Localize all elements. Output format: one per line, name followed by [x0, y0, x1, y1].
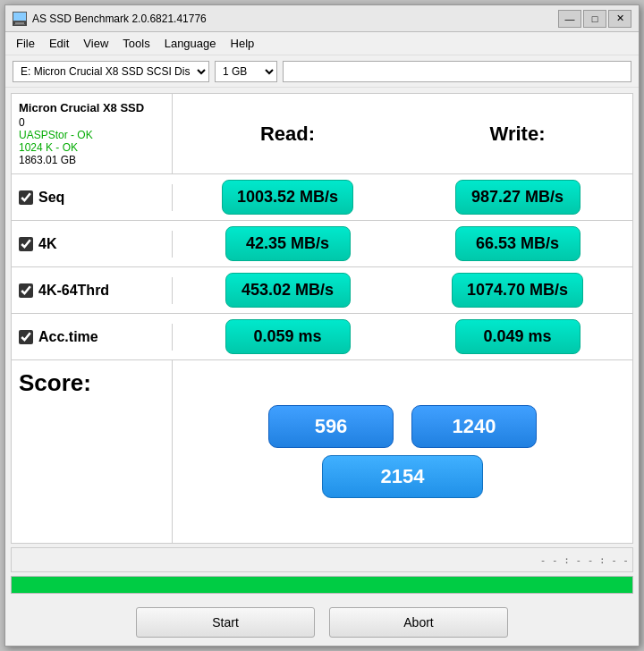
score-read: 596 — [268, 405, 394, 448]
bench-row: Acc.time 0.059 ms 0.049 ms — [12, 314, 632, 360]
disk-block: 1024 K - OK — [19, 141, 165, 154]
bench-read-value: 453.02 MB/s — [225, 273, 351, 308]
bench-values: 1003.52 MB/s 987.27 MB/s — [173, 174, 632, 220]
bench-row-label: Seq — [12, 184, 173, 211]
menu-item-language[interactable]: Language — [157, 34, 224, 53]
app-icon — [13, 12, 27, 26]
progress-bar-fill — [12, 577, 632, 593]
bench-row: 4K-64Thrd 453.02 MB/s 1074.70 MB/s — [12, 267, 632, 314]
bench-rows: Seq 1003.52 MB/s 987.27 MB/s 4K 42.35 MB… — [12, 174, 632, 360]
disk-id: 0 — [19, 116, 165, 129]
bench-values: 0.059 ms 0.049 ms — [173, 314, 632, 359]
bench-row-label: Acc.time — [12, 324, 173, 351]
bench-checkbox-1[interactable] — [19, 237, 33, 251]
menu-item-edit[interactable]: Edit — [42, 34, 76, 53]
size-select[interactable]: 1 GB 2 GB 4 GB 8 GB — [215, 61, 277, 82]
score-top: 596 1240 — [180, 405, 625, 448]
bench-write-value: 0.049 ms — [455, 319, 580, 354]
bench-row-label: 4K-64Thrd — [12, 277, 173, 304]
start-button[interactable]: Start — [136, 607, 315, 638]
score-write: 1240 — [411, 405, 537, 448]
score-row: Score: 596 1240 2154 — [12, 360, 632, 543]
window-title: AS SSD Benchmark 2.0.6821.41776 — [32, 13, 558, 25]
benchmark-area: Micron Crucial X8 SSD 0 UASPStor - OK 10… — [11, 93, 633, 544]
score-total: 2154 — [322, 455, 483, 498]
bench-read-cell: 0.059 ms — [173, 314, 402, 359]
toolbar: E: Micron Crucial X8 SSD SCSI Disk Devi … — [5, 55, 639, 88]
column-headers: Read: Write: — [173, 94, 632, 173]
svg-rect-1 — [13, 13, 26, 21]
main-window: AS SSD Benchmark 2.0.6821.41776 — □ ✕ Fi… — [4, 4, 640, 647]
bench-values: 42.35 MB/s 66.53 MB/s — [173, 221, 632, 266]
disk-name: Micron Crucial X8 SSD — [19, 101, 165, 114]
info-box — [283, 61, 631, 82]
minimize-button[interactable]: — — [558, 10, 581, 28]
score-label: Score: — [12, 360, 173, 543]
bench-header: Micron Crucial X8 SSD 0 UASPStor - OK 10… — [12, 94, 632, 174]
status-text: - - : - - : - - — [540, 554, 629, 566]
score-values: 596 1240 2154 — [173, 360, 632, 543]
menu-item-file[interactable]: File — [9, 34, 42, 53]
menu-item-view[interactable]: View — [76, 34, 115, 53]
bench-write-cell: 66.53 MB/s — [402, 221, 632, 266]
bench-row-label: 4K — [12, 231, 173, 258]
bench-values: 453.02 MB/s 1074.70 MB/s — [173, 267, 632, 313]
menu-item-help[interactable]: Help — [224, 34, 262, 53]
buttons-area: Start Abort — [5, 599, 639, 646]
maximize-button[interactable]: □ — [583, 10, 606, 28]
svg-rect-2 — [15, 22, 24, 24]
disk-info: Micron Crucial X8 SSD 0 UASPStor - OK 10… — [12, 94, 173, 173]
abort-button[interactable]: Abort — [329, 607, 508, 638]
bench-write-value: 1074.70 MB/s — [452, 273, 583, 308]
bench-read-value: 42.35 MB/s — [225, 226, 351, 261]
bench-read-cell: 1003.52 MB/s — [173, 174, 402, 220]
bench-row-name: 4K — [38, 236, 56, 252]
disk-driver: UASPStor - OK — [19, 129, 165, 141]
window-controls: — □ ✕ — [558, 10, 631, 28]
bench-write-cell: 1074.70 MB/s — [402, 267, 632, 313]
bench-checkbox-0[interactable] — [19, 190, 33, 205]
disk-size: 1863.01 GB — [19, 154, 165, 166]
bench-row-name: Seq — [38, 190, 64, 206]
bench-read-value: 0.059 ms — [225, 319, 351, 354]
bench-row-name: 4K-64Thrd — [38, 283, 109, 299]
main-content: Micron Crucial X8 SSD 0 UASPStor - OK 10… — [5, 88, 639, 599]
bench-row: 4K 42.35 MB/s 66.53 MB/s — [12, 221, 632, 267]
menu-item-tools[interactable]: Tools — [115, 34, 157, 53]
close-button[interactable]: ✕ — [608, 10, 631, 28]
bench-write-cell: 0.049 ms — [402, 314, 632, 359]
bench-checkbox-3[interactable] — [19, 330, 33, 344]
bench-row: Seq 1003.52 MB/s 987.27 MB/s — [12, 174, 632, 221]
menubar: FileEditViewToolsLanguageHelp — [5, 32, 639, 55]
bench-read-value: 1003.52 MB/s — [222, 180, 353, 215]
bench-write-cell: 987.27 MB/s — [402, 174, 632, 220]
titlebar: AS SSD Benchmark 2.0.6821.41776 — □ ✕ — [5, 5, 639, 32]
read-header: Read: — [173, 94, 402, 173]
bench-checkbox-2[interactable] — [19, 283, 33, 298]
disk-select[interactable]: E: Micron Crucial X8 SSD SCSI Disk Devi — [13, 61, 209, 82]
write-header: Write: — [402, 94, 632, 173]
svg-rect-3 — [14, 24, 25, 25]
bench-write-value: 66.53 MB/s — [455, 226, 580, 261]
bench-read-cell: 453.02 MB/s — [173, 267, 402, 313]
status-bar: - - : - - : - - — [11, 547, 633, 572]
bench-write-value: 987.27 MB/s — [455, 180, 580, 215]
bench-row-name: Acc.time — [38, 329, 98, 345]
bench-read-cell: 42.35 MB/s — [173, 221, 402, 266]
progress-bar-container — [11, 576, 633, 594]
